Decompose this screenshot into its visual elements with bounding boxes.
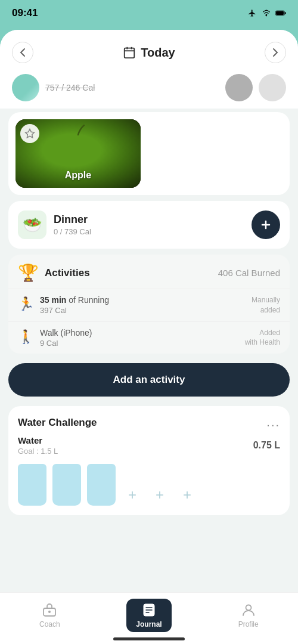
journal-label: Journal <box>136 620 162 628</box>
water-header: Water Challenge ... <box>18 416 280 429</box>
status-time: 09:41 <box>12 7 38 19</box>
coach-icon <box>42 602 57 618</box>
activities-card: 🏆 Activities 406 Cal Burned 🏃 35 min of … <box>8 255 290 354</box>
cal-text: 757 / 246 Cal <box>45 83 95 92</box>
cal-burned: 406 Cal Burned <box>218 268 280 278</box>
svg-rect-1 <box>285 12 286 14</box>
wifi-icon <box>261 9 272 17</box>
journal-active-bg: Journal <box>126 599 171 632</box>
airplane-icon <box>247 9 257 17</box>
avatar-teal <box>12 74 39 101</box>
running-left: 🏃 35 min of Running 397 Cal <box>18 295 109 315</box>
glass-2 <box>52 464 81 506</box>
dinner-icon: 🥗 <box>18 210 46 239</box>
walk-cal: 9 Cal <box>40 339 92 348</box>
svg-rect-3 <box>125 48 135 58</box>
water-title: Water Challenge <box>18 417 97 429</box>
calendar-icon <box>123 46 136 59</box>
water-glasses: + + + <box>18 464 280 506</box>
activity-walk: 🚶 Walk (iPhone) 9 Cal Addedwith Health <box>8 321 290 354</box>
dinner-row: 🥗 Dinner 0 / 739 Cal <box>8 201 290 249</box>
tab-coach[interactable]: Coach <box>0 599 100 632</box>
next-date-button[interactable] <box>265 42 286 63</box>
star-button[interactable] <box>20 124 39 143</box>
add-water-1[interactable]: + <box>122 484 143 506</box>
more-options-button[interactable]: ... <box>266 416 280 429</box>
profile-label: Profile <box>238 620 259 628</box>
running-name: 35 min of Running <box>40 295 109 305</box>
avatar-row: 757 / 246 Cal <box>0 69 298 109</box>
running-icon: 🏃 <box>18 296 34 312</box>
water-label-col: Water Goal : 1.5 L <box>18 435 58 456</box>
add-dinner-button[interactable] <box>252 210 280 239</box>
water-amount: 0.75 L <box>253 440 280 451</box>
walk-icon: 🚶 <box>18 329 34 345</box>
main-container: Today 757 / 246 Cal Apple <box>0 30 298 626</box>
svg-point-11 <box>48 611 51 613</box>
glass-3 <box>87 464 116 506</box>
trophy-icon: 🏆 <box>18 263 39 283</box>
activities-header: 🏆 Activities 406 Cal Burned <box>8 255 290 289</box>
meal-name: Dinner <box>54 213 252 226</box>
running-cal: 397 Cal <box>40 306 109 315</box>
walk-name: Walk (iPhone) <box>40 328 92 338</box>
food-card: Apple <box>8 112 290 195</box>
profile-icon <box>241 602 256 618</box>
activity-running: 🏃 35 min of Running 397 Cal Manuallyadde… <box>8 289 290 321</box>
date-title: Today <box>123 46 175 60</box>
status-bar: 09:41 <box>0 0 298 24</box>
water-card: Water Challenge ... Water Goal : 1.5 L 0… <box>8 406 290 515</box>
tab-journal[interactable]: Journal <box>100 599 199 632</box>
walk-source: Addedwith Health <box>245 328 280 348</box>
dinner-card: 🥗 Dinner 0 / 739 Cal <box>8 201 290 249</box>
walk-left: 🚶 Walk (iPhone) 9 Cal <box>18 328 92 348</box>
svg-point-16 <box>246 605 251 611</box>
prev-date-button[interactable] <box>12 42 33 63</box>
journal-icon <box>141 602 157 618</box>
coach-label: Coach <box>39 620 60 628</box>
activities-title: Activities <box>45 267 90 279</box>
star-icon <box>24 128 35 139</box>
meal-info: Dinner 0 / 739 Cal <box>54 213 252 236</box>
tab-bar: Coach Journal Profile <box>0 592 298 644</box>
svg-marker-7 <box>26 129 35 138</box>
add-water-2[interactable]: + <box>149 484 170 506</box>
running-detail: 35 min of Running 397 Cal <box>40 295 109 315</box>
avatar-gray <box>225 74 253 101</box>
plus-icon <box>260 219 272 231</box>
water-label: Water <box>18 435 58 445</box>
water-goal: Goal : 1.5 L <box>18 447 58 456</box>
water-row: Water Goal : 1.5 L 0.75 L <box>18 435 280 456</box>
running-source: Manuallyadded <box>252 295 280 315</box>
add-activity-button[interactable]: Add an activity <box>8 363 290 397</box>
tab-profile[interactable]: Profile <box>198 599 298 632</box>
glass-1 <box>18 464 46 506</box>
apple-label: Apple <box>65 170 91 181</box>
home-indicator <box>113 637 185 640</box>
svg-rect-2 <box>276 11 284 15</box>
avatar-light <box>259 74 286 101</box>
date-nav: Today <box>0 30 298 69</box>
activities-left: 🏆 Activities <box>18 263 90 283</box>
meal-cal: 0 / 739 Cal <box>54 227 252 236</box>
food-image: Apple <box>15 119 141 188</box>
battery-icon <box>275 9 286 17</box>
add-water-3[interactable]: + <box>176 484 198 506</box>
walk-detail: Walk (iPhone) 9 Cal <box>40 328 92 348</box>
status-icons <box>247 9 286 17</box>
